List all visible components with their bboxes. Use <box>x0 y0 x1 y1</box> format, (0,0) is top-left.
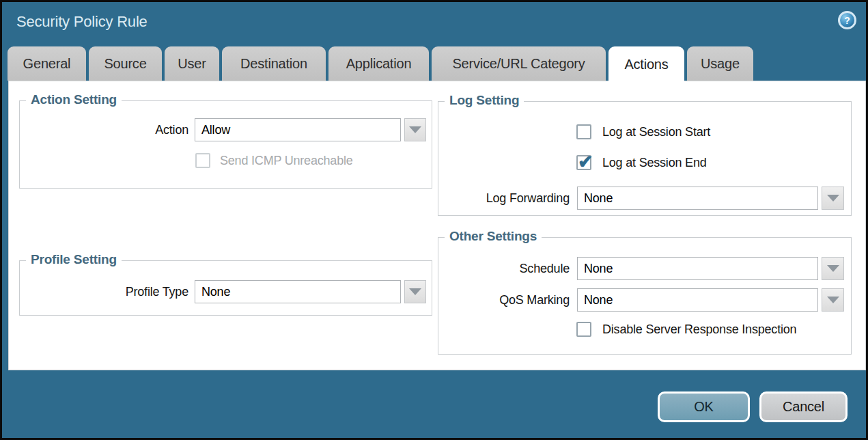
log-forwarding-dropdown[interactable]: None <box>577 187 818 210</box>
log-forwarding-dropdown-button[interactable] <box>822 187 844 210</box>
log-forwarding-label: Log Forwarding <box>438 187 570 210</box>
profile-type-dropdown[interactable]: None <box>195 280 401 303</box>
send-icmp-unreachable-checkbox <box>195 153 210 168</box>
tab-actions[interactable]: Actions <box>608 46 684 83</box>
chevron-down-icon <box>827 265 839 272</box>
content-panel: Action Setting Action Allow Send ICMP Un… <box>8 81 866 370</box>
action-dropdown-button[interactable] <box>404 118 426 141</box>
qos-marking-dropdown[interactable]: None <box>577 288 818 312</box>
security-policy-rule-dialog: Security Policy Rule ? General Source Us… <box>0 0 868 440</box>
profile-type-label: Profile Type <box>20 280 188 303</box>
profile-type-dropdown-button[interactable] <box>404 280 426 303</box>
help-icon[interactable]: ? <box>838 11 856 29</box>
disable-server-response-inspection-label: Disable Server Response Inspection <box>602 322 796 338</box>
action-setting-legend: Action Setting <box>26 92 122 107</box>
tab-service-url-category[interactable]: Service/URL Category <box>432 46 606 81</box>
action-setting-group: Action Setting Action Allow Send ICMP Un… <box>19 100 432 189</box>
disable-server-response-inspection-checkbox[interactable] <box>576 322 591 337</box>
dialog-title: Security Policy Rule <box>16 13 148 31</box>
log-at-session-start-checkbox[interactable] <box>576 124 591 139</box>
cancel-button[interactable]: Cancel <box>759 391 848 422</box>
schedule-label: Schedule <box>438 257 570 280</box>
other-settings-group: Other Settings Schedule None QoS Marking… <box>438 237 852 355</box>
chevron-down-icon <box>827 297 839 303</box>
log-at-session-start-label: Log at Session Start <box>602 124 710 140</box>
tab-destination[interactable]: Destination <box>222 46 326 81</box>
action-label: Action <box>20 118 188 141</box>
schedule-dropdown[interactable]: None <box>577 257 818 280</box>
log-at-session-end-checkbox[interactable] <box>576 155 591 170</box>
send-icmp-unreachable-label: Send ICMP Unreachable <box>220 153 353 169</box>
tab-application[interactable]: Application <box>328 46 429 81</box>
tab-general[interactable]: General <box>8 46 86 81</box>
profile-setting-legend: Profile Setting <box>26 252 122 267</box>
tab-source[interactable]: Source <box>89 46 162 81</box>
chevron-down-icon <box>827 195 839 202</box>
schedule-dropdown-button[interactable] <box>822 257 844 280</box>
other-settings-legend: Other Settings <box>445 229 542 244</box>
log-setting-group: Log Setting Log at Session Start Log at … <box>438 101 852 216</box>
profile-setting-group: Profile Setting Profile Type None <box>19 260 432 316</box>
chevron-down-icon <box>409 126 421 133</box>
ok-button[interactable]: OK <box>658 391 750 422</box>
tab-user[interactable]: User <box>165 46 219 81</box>
qos-marking-dropdown-button[interactable] <box>822 288 844 312</box>
action-dropdown[interactable]: Allow <box>195 118 401 141</box>
log-at-session-end-label: Log at Session End <box>602 155 707 171</box>
chevron-down-icon <box>409 288 421 295</box>
qos-marking-label: QoS Marking <box>438 288 570 312</box>
tab-usage[interactable]: Usage <box>687 46 753 81</box>
log-setting-legend: Log Setting <box>445 93 524 108</box>
question-mark-glyph: ? <box>844 15 850 26</box>
